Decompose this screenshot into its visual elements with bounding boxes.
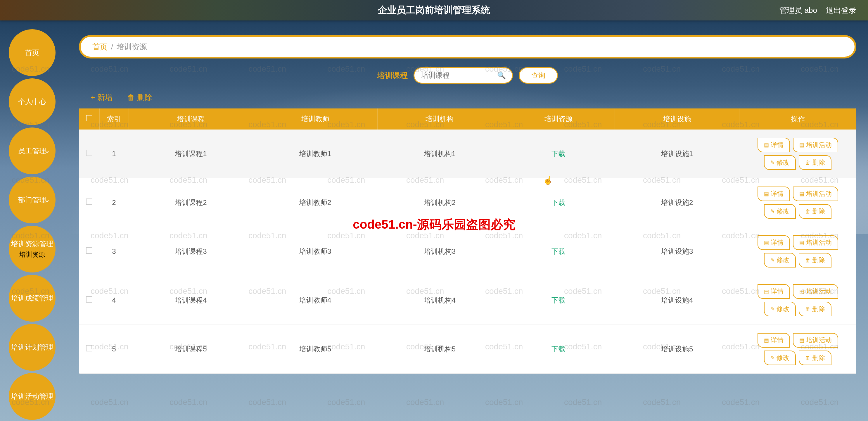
app-title: 企业员工岗前培训管理系统 [378,4,490,17]
activity-button[interactable]: ▤培训活动 [793,284,838,299]
cell-teacher: 培训教师1 [253,129,378,178]
cell-facility: 培训设施4 [615,276,739,325]
sidebar-item-training-plan[interactable]: 培训计划管理 [9,324,56,371]
table-row: 3 培训课程3 培训教师3 培训机构3 下载 培训设施3 ▤详情 ▤培训活动 ✎… [79,227,856,276]
row-delete-button[interactable]: 🗑删除 [799,155,832,170]
detail-button[interactable]: ▤详情 [757,235,790,250]
cell-course: 培训课程1 [129,129,253,178]
sidebar-item-home[interactable]: 首页 [9,29,56,76]
row-delete-button[interactable]: 🗑删除 [799,253,832,268]
edit-button[interactable]: ✎修改 [764,302,796,316]
row-delete-button[interactable]: 🗑删除 [799,302,832,316]
edit-button[interactable]: ✎修改 [764,204,796,219]
col-ops: 操作 [739,109,856,129]
doc-icon: ▤ [764,288,769,295]
sidebar-item-staff[interactable]: 员工管理 [9,127,56,174]
cell-index: 4 [99,276,129,325]
detail-button[interactable]: ▤详情 [757,333,790,348]
doc-icon: ▤ [764,191,769,197]
search-button[interactable]: 查询 [519,67,558,84]
cell-course: 培训课程3 [129,227,253,276]
select-all-checkbox[interactable] [86,115,92,121]
add-button[interactable]: +新增 [91,92,113,102]
cell-teacher: 培训教师4 [253,276,378,325]
row-checkbox[interactable] [86,345,92,352]
edit-button[interactable]: ✎修改 [764,253,796,268]
sidebar-item-label: 培训资源管理 [11,239,53,248]
row-checkbox[interactable] [86,296,92,303]
row-checkbox[interactable] [86,247,92,254]
breadcrumb: 首页 / 培训资源 [79,35,856,58]
cell-index: 3 [99,227,129,276]
sidebar-item-label: 培训成绩管理 [11,294,53,303]
app-header: 企业员工岗前培训管理系统 管理员 abo 退出登录 [0,0,868,21]
search-label: 培训课程 [377,70,408,81]
search-bar: 培训课程 🔍 查询 [79,67,856,84]
detail-button[interactable]: ▤详情 [757,138,790,152]
download-link[interactable]: 下载 [552,199,565,206]
data-table: 索引 培训课程 培训教师 培训机构 培训资源 培训设施 操作 1 培训课程1 培… [79,109,856,373]
edit-icon: ✎ [770,257,775,263]
cell-index: 1 [99,129,129,178]
trash-icon: 🗑 [805,306,810,312]
cell-course: 培训课程4 [129,276,253,325]
activity-button[interactable]: ▤培训活动 [793,186,838,201]
cell-facility: 培训设施1 [615,129,739,178]
cell-teacher: 培训教师2 [253,178,378,227]
sidebar-item-training-resource[interactable]: 培训资源管理 培训资源 [9,226,56,272]
table-row: 2 培训课程2 培训教师2 培训机构2 下载 培训设施2 ▤详情 ▤培训活动 ✎… [79,178,856,227]
sidebar-sub-item[interactable]: 培训资源 [19,250,45,259]
admin-user-link[interactable]: 管理员 abo [779,5,817,16]
cell-org: 培训机构3 [378,227,502,276]
sidebar-item-training-score[interactable]: 培训成绩管理 [9,275,56,322]
plus-icon: + [91,93,95,102]
cell-index: 2 [99,178,129,227]
doc-icon: ▤ [799,288,804,295]
logout-link[interactable]: 退出登录 [826,5,856,16]
breadcrumb-separator: / [111,42,113,52]
detail-button[interactable]: ▤详情 [757,284,790,299]
sidebar-item-label: 个人中心 [18,97,46,107]
detail-button[interactable]: ▤详情 [757,186,790,201]
breadcrumb-current: 培训资源 [117,42,147,52]
activity-button[interactable]: ▤培训活动 [793,235,838,250]
cell-facility: 培训设施2 [615,178,739,227]
trash-icon: 🗑 [127,93,135,102]
col-org: 培训机构 [378,109,502,129]
edit-icon: ✎ [770,355,775,361]
trash-icon: 🗑 [805,160,810,166]
cell-facility: 培训设施3 [615,227,739,276]
row-checkbox[interactable] [86,199,92,205]
activity-button[interactable]: ▤培训活动 [793,138,838,152]
trash-icon: 🗑 [805,355,810,361]
activity-button[interactable]: ▤培训活动 [793,333,838,348]
row-delete-button[interactable]: 🗑删除 [799,204,832,219]
delete-button[interactable]: 🗑删除 [127,92,152,102]
download-link[interactable]: 下载 [552,296,565,304]
sidebar-item-profile[interactable]: 个人中心 [9,78,56,125]
breadcrumb-home[interactable]: 首页 [92,42,107,52]
doc-icon: ▤ [764,239,769,246]
cell-org: 培训机构2 [378,178,502,227]
search-icon[interactable]: 🔍 [497,71,506,80]
sidebar-item-department[interactable]: 部门管理 [9,177,56,223]
table-row: 5 培训课程5 培训教师5 培训机构5 下载 培训设施5 ▤详情 ▤培训活动 ✎… [79,325,856,373]
download-link[interactable]: 下载 [552,247,565,255]
edit-button[interactable]: ✎修改 [764,351,796,365]
sidebar-item-training-activity[interactable]: 培训活动管理 [9,373,56,420]
cell-org: 培训机构5 [378,325,502,373]
trash-icon: 🗑 [805,257,810,263]
row-delete-button[interactable]: 🗑删除 [799,351,832,365]
download-link[interactable]: 下载 [552,150,565,158]
col-facility: 培训设施 [615,109,739,129]
main-content: 首页 / 培训资源 培训课程 🔍 查询 +新增 🗑删除 索引 培训课程 培训教师… [79,35,856,421]
doc-icon: ▤ [799,191,804,197]
download-link[interactable]: 下载 [552,345,565,353]
edit-button[interactable]: ✎修改 [764,155,796,170]
col-resource: 培训资源 [502,109,615,129]
cell-course: 培训课程5 [129,325,253,373]
row-checkbox[interactable] [86,150,92,156]
doc-icon: ▤ [799,239,804,246]
cell-facility: 培训设施5 [615,325,739,373]
table-row: 1 培训课程1 培训教师1 培训机构1 下载 培训设施1 ▤详情 ▤培训活动 ✎… [79,129,856,178]
